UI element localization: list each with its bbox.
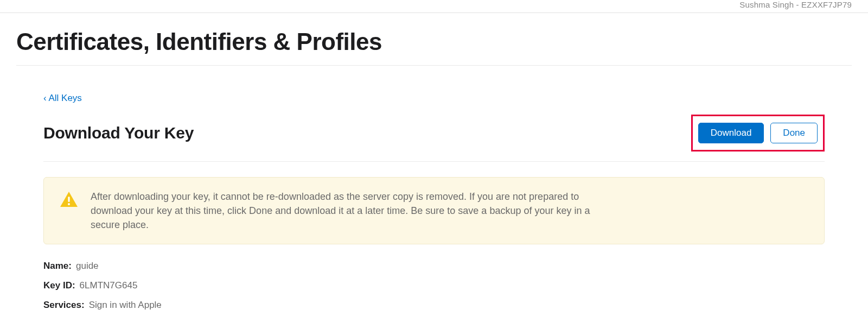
detail-row-services: Services: Sign in with Apple	[43, 300, 825, 311]
detail-value-keyid: 6LMTN7G645	[80, 280, 138, 291]
top-bar: Sushma Singh - EZXXF7JP79	[0, 0, 868, 13]
actions-highlight-box: Download Done	[691, 115, 825, 151]
detail-label-keyid: Key ID:	[43, 280, 75, 291]
download-button[interactable]: Download	[698, 123, 764, 143]
svg-rect-0	[68, 197, 69, 202]
details-note: Sign in with Apple was enabled for this …	[43, 319, 564, 322]
sub-title: Download Your Key	[43, 124, 194, 142]
user-info-label: Sushma Singh - EZXXF7JP79	[739, 0, 852, 9]
detail-row-name: Name: guide	[43, 261, 825, 272]
page-title: Certificates, Identifiers & Profiles	[16, 13, 852, 66]
content-area: ‹ All Keys Download Your Key Download Do…	[16, 66, 852, 322]
detail-row-keyid: Key ID: 6LMTN7G645	[43, 280, 825, 291]
warning-text: After downloading your key, it cannot be…	[91, 190, 611, 232]
page-container: Certificates, Identifiers & Profiles ‹ A…	[0, 13, 868, 322]
warning-banner: After downloading your key, it cannot be…	[43, 177, 825, 244]
svg-point-1	[68, 203, 70, 205]
detail-value-services: Sign in with Apple	[89, 300, 162, 311]
warning-triangle-icon	[59, 191, 79, 210]
back-all-keys-link[interactable]: ‹ All Keys	[43, 93, 82, 104]
done-button[interactable]: Done	[770, 123, 818, 143]
detail-label-name: Name:	[43, 261, 72, 272]
detail-value-name: guide	[76, 261, 99, 272]
key-details: Name: guide Key ID: 6LMTN7G645 Services:…	[43, 261, 825, 322]
detail-label-services: Services:	[43, 300, 85, 311]
subheader-row: Download Your Key Download Done	[43, 115, 825, 162]
